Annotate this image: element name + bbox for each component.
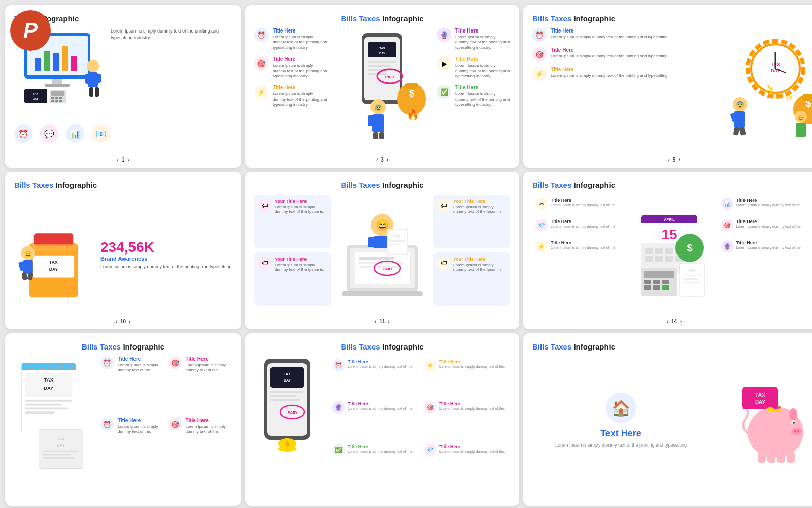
slide-11-center: PAID 😄 TAX [336, 195, 428, 306]
s14-l3-icon: ⚡ [535, 240, 548, 252]
sb1-title-1: Title Here [118, 356, 164, 362]
slide-3-title: Bills Taxes Infographic [254, 14, 510, 23]
slide-3-ritem-3-text: Title Here Lorem Ipsum is simply dummy t… [455, 85, 510, 107]
icon-green: ✅ [437, 85, 451, 99]
s14-l1: ✂ Title Here Lorem Ipsum is simply dummy… [532, 195, 631, 213]
svg-point-171 [797, 430, 799, 432]
svg-point-181 [774, 409, 782, 412]
sb1-item-1: ⏰ Title Here Lorem Ipsum is simply dummy… [100, 356, 164, 414]
s11-body-2: Lorem Ipsum is simply dummy text of the … [453, 205, 506, 214]
slide-3-title-blue: Bills Taxes [341, 14, 380, 23]
s14-l2-text: Title Here Lorem Ipsum is simply dummy t… [551, 219, 616, 229]
svg-rect-125 [644, 280, 651, 284]
svg-text:PAID: PAID [288, 410, 297, 415]
sb2-title-2: Title Here [439, 359, 505, 364]
slide-b2-illustration: TAX DAY PAID $ [254, 356, 325, 480]
svg-rect-3 [44, 51, 50, 71]
sb2-icon-5: ✅ [332, 444, 345, 456]
slide-14-center: APRIL 15 $ TAX [634, 195, 715, 308]
svg-text:TAX: TAX [44, 377, 53, 383]
svg-rect-173 [758, 452, 766, 463]
icon-purple: 🔮 [437, 28, 451, 42]
sb1-item-4: 🎯 Title Here Lorem Ipsum is simply dummy… [168, 418, 232, 475]
page-num-5: 5 [673, 157, 676, 163]
slide-3-svg: TAX DAY PAID $ 🔥 [331, 28, 433, 140]
slide-1-page: ‹1› [117, 157, 129, 163]
sb1-title-2: Title Here [186, 356, 232, 362]
slide-14-right: 📊 Title Here Lorem Ipsum is simply dummy… [718, 195, 813, 308]
slide-b1-content: TAX DAY TAX DAY [14, 356, 232, 475]
svg-rect-109 [655, 248, 663, 254]
s11-text-3: Your Title Here Lorem Ipsum is simply du… [275, 257, 327, 272]
slide-b1-title-dark: Infographic [123, 342, 164, 351]
slide-3-ritem-1: 🔮 Title Here Lorem Ipsum is simply dummy… [437, 28, 510, 50]
svg-rect-108 [645, 248, 653, 254]
svg-rect-158 [270, 399, 300, 401]
sb1-title-4: Title Here [186, 418, 232, 423]
s5-icon-1: ⏰ [532, 28, 547, 42]
s11-title-4: Your Title Here [453, 257, 506, 262]
slide-11-left: 🏷 Your Title Here Lorem Ipsum is simply … [254, 195, 331, 306]
sb1-body-2: Lorem Ipsum is simply dummy text of the. [186, 363, 232, 373]
svg-text:😄: 😄 [797, 114, 804, 121]
page-num-1: 1 [122, 157, 125, 163]
sb2-icon-6: 💎 [424, 444, 436, 456]
s14-r1-icon: 📊 [721, 198, 733, 210]
slide-b2-title: Bills Taxes Infographic [254, 342, 510, 351]
svg-point-168 [793, 422, 795, 424]
svg-rect-114 [665, 256, 673, 262]
svg-rect-113 [655, 256, 663, 262]
svg-rect-4 [53, 53, 59, 71]
sb2-body-5: Lorem Ipsum is simply dummy text of the. [348, 449, 413, 454]
svg-rect-14 [95, 87, 99, 97]
slide-b2-items: ⏰ Title Here Lorem Ipsum is simply dummy… [329, 356, 510, 480]
svg-text:😄: 😄 [376, 219, 389, 231]
sb2-icon-4: 🎯 [424, 401, 436, 414]
sb1-item-2: 🎯 Title Here Lorem Ipsum is simply dummy… [168, 356, 232, 414]
item-3-body: Lorem Ipsum is simply dummy text of the … [273, 91, 327, 107]
svg-rect-15 [24, 89, 47, 103]
svg-rect-100 [389, 240, 405, 242]
svg-rect-12 [97, 74, 101, 83]
slide-11-page: ‹11› [375, 319, 390, 324]
svg-rect-127 [662, 280, 669, 284]
svg-point-170 [794, 430, 796, 432]
icon-clock-blue: ⏰ [254, 28, 268, 42]
svg-rect-28 [368, 42, 396, 57]
slide-3-page: ‹3› [376, 157, 388, 163]
svg-rect-11 [85, 74, 90, 84]
svg-text:✨: ✨ [765, 85, 774, 93]
slide-10-svg: TAX DAY 😄 [14, 202, 93, 304]
slide-10-title: Bills Taxes Infographic [14, 181, 232, 189]
svg-text:PAID: PAID [385, 75, 395, 79]
svg-rect-47 [379, 132, 384, 139]
sb2-icon-2: ⚡ [424, 359, 436, 371]
s11-icon-2: 🏷 [437, 199, 450, 212]
s11-icon-1: 🏷 [258, 199, 272, 212]
svg-text:DAY: DAY [33, 97, 39, 100]
page-num-14: 14 [671, 319, 677, 324]
svg-text:DAY: DAY [57, 443, 65, 448]
s11-body-3: Lorem Ipsum is simply dummy text of the … [275, 263, 327, 272]
s5-title-3: Title Here [551, 67, 669, 72]
sb2-item-5: ✅ Title Here Lorem Ipsum is simply dummy… [329, 441, 418, 480]
s14-l1-body: Lorem Ipsum is simply dummy text of the. [551, 203, 616, 207]
sb2-body-3: Lorem Ipsum is simply dummy text of the. [348, 406, 413, 411]
slide-3-right: 🔮 Title Here Lorem Ipsum is simply dummy… [437, 28, 510, 140]
s14-l1-title: Title Here [551, 198, 616, 203]
svg-rect-5 [62, 46, 68, 71]
sb2-body-1: Lorem Ipsum is simply dummy text of the. [348, 364, 413, 369]
slide-14-content: ✂ Title Here Lorem Ipsum is simply dummy… [532, 195, 812, 308]
s5-body-1: Lorem Ipsum is simply dummy text of the … [551, 35, 669, 40]
svg-rect-24 [55, 100, 58, 102]
svg-text:$: $ [409, 88, 414, 99]
item-2-body: Lorem Ipsum is simply dummy text of the … [273, 63, 327, 79]
s11-title-1: Your Title Here [275, 199, 327, 204]
svg-rect-177 [742, 387, 778, 409]
svg-rect-142 [25, 404, 62, 406]
slides-grid: Taxes Infographic [0, 0, 812, 493]
slide-11: Bills Taxes Infographic 🏷 Your Title Her… [245, 172, 519, 329]
sb2-text-1: Title Here Lorem Ipsum is simply dummy t… [348, 359, 413, 369]
s14-l1-text: Title Here Lorem Ipsum is simply dummy t… [551, 198, 616, 207]
s14-r3-icon: 🔮 [721, 240, 733, 252]
